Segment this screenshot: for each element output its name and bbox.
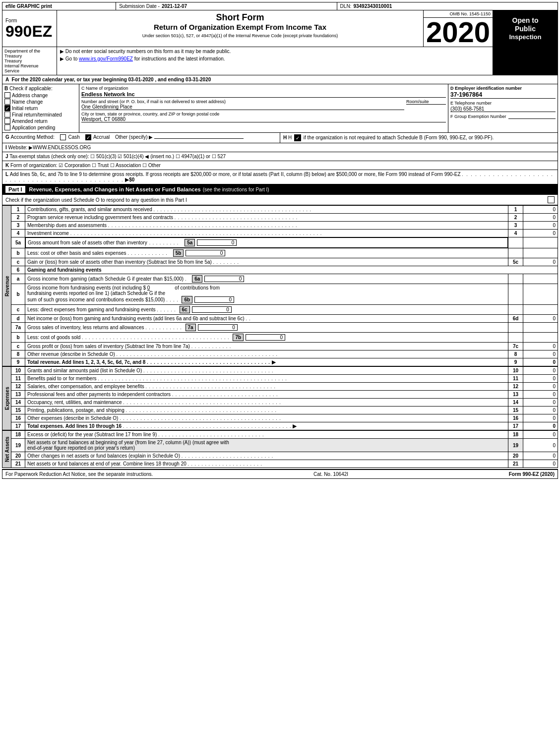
initial-return-checkbox[interactable]: ✓ bbox=[4, 105, 10, 111]
line-5a-linenum bbox=[508, 237, 523, 248]
table-row: b Less: cost of goods sold . . . . . . .… bbox=[2, 333, 558, 343]
table-row: 2 Program service revenue including gove… bbox=[2, 214, 558, 222]
table-row: 19 Net assets or fund balances at beginn… bbox=[2, 439, 558, 452]
other-specify: Other (specify) ▶ bbox=[115, 134, 153, 140]
line-2-desc: Program service revenue including govern… bbox=[25, 214, 508, 222]
section-a-label: A bbox=[5, 77, 10, 82]
submission-date: 2021-12-07 bbox=[162, 3, 187, 9]
line-17-linenum: 17 bbox=[508, 422, 523, 430]
section-k-label: K bbox=[5, 163, 10, 168]
line-17-desc: Total expenses. Add lines 10 through 16 … bbox=[25, 422, 508, 430]
part1-check-text: Check if the organization used Schedule … bbox=[5, 197, 187, 203]
part1-title: Revenue, Expenses, and Changes in Net As… bbox=[29, 186, 201, 192]
line-6b-num: b bbox=[11, 284, 25, 305]
cash-option[interactable]: Cash bbox=[60, 134, 81, 140]
line-6b-desc: Gross income from fundraising events (no… bbox=[25, 284, 508, 305]
line-9-linenum: 9 bbox=[508, 358, 523, 366]
line-13-amount: 0 bbox=[523, 391, 558, 399]
checkbox-application-pending[interactable]: Application pending bbox=[4, 124, 77, 130]
line-6-desc: Gaming and fundraising events bbox=[25, 266, 558, 274]
line-7a-num: 7a bbox=[11, 323, 25, 333]
line-6c-desc: Less: direct expenses from gaming and fu… bbox=[25, 305, 508, 315]
line-20-amount: 0 bbox=[523, 452, 558, 460]
open-label: Open to bbox=[512, 16, 539, 25]
inspection-label: Inspection bbox=[509, 33, 541, 41]
accrual-option[interactable]: ✓ Accrual bbox=[85, 134, 111, 140]
line-1-amount: 0 bbox=[523, 206, 558, 214]
line-7b-amount bbox=[523, 333, 558, 343]
table-row: Net Assets 18 Excess or (deficit) for th… bbox=[2, 431, 558, 439]
checkbox-name-change[interactable]: Name change bbox=[4, 99, 77, 105]
line-10-desc: Grants and similar amounts paid (list in… bbox=[25, 367, 508, 375]
line-14-desc: Occupancy, rent, utilities, and maintena… bbox=[25, 399, 508, 407]
table-row: 15 Printing, publications, postage, and … bbox=[2, 407, 558, 414]
table-row: b Gross income from fundraising events (… bbox=[2, 284, 558, 305]
section-a: A For the 2020 calendar year, or tax yea… bbox=[2, 75, 558, 84]
table-row: a Gross income from gaming (attach Sched… bbox=[2, 274, 558, 284]
line-7a-amount bbox=[523, 323, 558, 333]
line-20-linenum: 20 bbox=[508, 452, 523, 460]
line-5c-num: c bbox=[11, 258, 25, 266]
dln-number: 93492343010001 bbox=[353, 3, 392, 9]
address-change-checkbox[interactable] bbox=[4, 92, 10, 98]
line-3-linenum: 3 bbox=[508, 222, 523, 230]
line-13-linenum: 13 bbox=[508, 391, 523, 399]
part1-see-instructions: (see the instructions for Part I) bbox=[203, 187, 269, 192]
line-7b-desc: Less: cost of goods sold . . . . . . . .… bbox=[25, 333, 508, 343]
line-16-linenum: 16 bbox=[508, 414, 523, 422]
table-row: 17 Total expenses. Add lines 10 through … bbox=[2, 422, 558, 430]
table-row: 20 Other changes in net assets or fund b… bbox=[2, 452, 558, 460]
group-number bbox=[508, 114, 556, 119]
line-7c-amount: 0 bbox=[523, 343, 558, 350]
graphic-print-label: efile GRAPHIC print bbox=[2, 2, 116, 10]
line-3-amount: 0 bbox=[523, 222, 558, 230]
amended-return-checkbox[interactable] bbox=[4, 118, 10, 124]
final-return-checkbox[interactable] bbox=[4, 112, 10, 117]
line-7b-linenum bbox=[508, 333, 523, 343]
checkbox-amended-return[interactable]: Amended return bbox=[4, 118, 77, 124]
line-11-amount: 0 bbox=[523, 375, 558, 383]
line-19-amount: 0 bbox=[523, 439, 558, 452]
line-16-num: 16 bbox=[11, 414, 25, 422]
table-row: 3 Membership dues and assessments . . . … bbox=[2, 222, 558, 230]
table-row: 7a Gross sales of inventory, less return… bbox=[2, 323, 558, 333]
table-row: 13 Professional fees and other payments … bbox=[2, 391, 558, 399]
name-change-checkbox[interactable] bbox=[4, 99, 10, 105]
section-j-text: Tax-exempt status (check only one): ☐ 50… bbox=[9, 154, 226, 159]
instruction2: ▶ Go to www.irs.gov/Form990EZ for instru… bbox=[60, 56, 490, 61]
org-name: Endless Network Inc bbox=[81, 91, 446, 98]
checkbox-initial-return[interactable]: ✓ Initial return bbox=[4, 105, 77, 111]
line-5c-desc: Gain or (loss) from sale of assets other… bbox=[25, 258, 508, 266]
table-row: c Gain or (loss) from sale of assets oth… bbox=[2, 258, 558, 266]
line-7a-desc: Gross sales of inventory, less returns a… bbox=[25, 323, 508, 333]
room-label: Room/suite bbox=[406, 99, 446, 104]
application-pending-checkbox[interactable] bbox=[4, 124, 10, 130]
line-19-linenum: 19 bbox=[508, 439, 523, 452]
section-g-label: G bbox=[5, 134, 11, 140]
form-title-short: Short Form bbox=[59, 12, 421, 23]
part1-schedule-o-checkbox[interactable] bbox=[548, 196, 555, 203]
line-10-linenum: 10 bbox=[508, 367, 523, 375]
form-number: 990EZ bbox=[5, 23, 54, 39]
line-4-linenum: 4 bbox=[508, 230, 523, 237]
line-5b-desc: Less: cost or other basis and sales expe… bbox=[25, 248, 508, 258]
section-l-text: Add lines 5b, 6c, and 7b to line 9 to de… bbox=[10, 172, 461, 177]
line-14-amount: 0 bbox=[523, 399, 558, 407]
section-l-arrow: ▶$0 bbox=[125, 177, 134, 182]
line-3-num: 3 bbox=[11, 222, 25, 230]
line-2-num: 2 bbox=[11, 214, 25, 222]
city-value: Westport, CT 06880 bbox=[81, 116, 446, 122]
form-title-main: Return of Organization Exempt From Incom… bbox=[59, 23, 421, 31]
line-21-desc: Net assets or fund balances at end of ye… bbox=[25, 460, 508, 468]
line-6a-desc: Gross income from gaming (attach Schedul… bbox=[25, 274, 508, 284]
checkbox-final-return[interactable]: Final return/terminated bbox=[4, 112, 77, 117]
line-19-num: 19 bbox=[11, 439, 25, 452]
room-value bbox=[406, 104, 446, 105]
table-row: d Net income or (loss) from gaming and f… bbox=[2, 315, 558, 323]
ein: 37-1967864 bbox=[450, 91, 556, 99]
treasury-label: Treasury bbox=[4, 58, 55, 63]
line-6d-num: d bbox=[11, 315, 25, 323]
f-label: F Group Exemption Number bbox=[450, 114, 506, 119]
line-10-num: 10 bbox=[11, 367, 25, 375]
checkbox-address-change[interactable]: Address change bbox=[4, 92, 77, 98]
